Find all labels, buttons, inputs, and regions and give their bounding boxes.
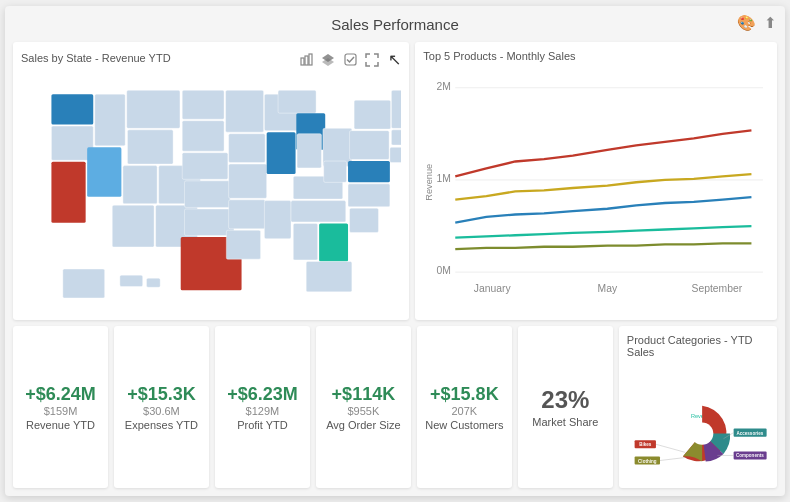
pie-chart: Revenue Bikes Accessories [627,362,769,490]
svg-rect-46 [391,90,401,128]
kpi-expenses-ytd: +$15.3K $30.6M Expenses YTD [114,326,209,488]
kpi-avg-order-delta: +$114K [332,384,396,405]
svg-rect-38 [319,223,348,261]
svg-text:0M: 0M [437,265,451,276]
svg-rect-33 [297,134,321,168]
pie-card: Product Categories - YTD Sales Revenue [619,326,777,488]
svg-rect-12 [127,130,173,164]
svg-rect-44 [350,131,390,160]
svg-rect-6 [51,94,93,124]
map-card: Sales by State - Revenue YTD ↖ [13,42,409,320]
line-chart: 2M 1M 0M Revenue January May September [423,66,769,310]
expand-tool-icon[interactable] [364,52,380,68]
svg-rect-40 [350,208,379,232]
svg-text:Revenue: Revenue [425,164,435,201]
svg-text:January: January [474,283,512,294]
kpi-revenue-delta: +$6.24M [25,384,96,405]
svg-text:Bikes: Bikes [639,442,652,447]
kpi-market-share-label: Market Share [532,416,598,428]
share-icon[interactable]: ⬆ [764,14,777,32]
svg-rect-8 [51,162,85,223]
svg-rect-26 [229,200,266,229]
svg-rect-47 [391,130,401,145]
svg-point-63 [691,422,713,444]
svg-rect-42 [348,161,390,182]
svg-text:1M: 1M [437,173,451,184]
kpi-new-customers: +$15.8K 207K New Customers [417,326,512,488]
bottom-row: +$6.24M $159M Revenue YTD +$15.3K $30.6M… [13,326,777,488]
svg-rect-48 [390,147,401,162]
svg-rect-23 [226,90,264,132]
kpi-expenses-base: $30.6M [143,405,180,417]
svg-rect-41 [348,184,390,207]
kpi-avg-order-label: Avg Order Size [326,419,400,431]
svg-text:Components: Components [736,453,764,458]
palette-icon[interactable]: 🎨 [737,14,756,32]
kpi-revenue-label: Revenue YTD [26,419,95,431]
svg-rect-34 [323,128,352,166]
svg-rect-18 [182,121,224,151]
svg-rect-37 [293,223,317,260]
svg-rect-11 [127,90,180,128]
kpi-revenue-base: $159M [44,405,78,417]
share-tool-icon[interactable] [298,52,314,68]
kpi-avg-order: +$114K $955K Avg Order Size [316,326,411,488]
svg-rect-17 [182,90,224,119]
svg-rect-10 [95,94,125,146]
line-card-title: Top 5 Products - Monthly Sales [423,50,769,62]
kpi-avg-order-base: $955K [347,405,379,417]
svg-rect-50 [120,275,143,286]
line-card: Top 5 Products - Monthly Sales 2M 1M 0M … [415,42,777,320]
svg-rect-15 [112,205,154,247]
svg-rect-30 [264,201,291,239]
map-card-header: Sales by State - Revenue YTD ↖ [21,50,401,69]
us-map [21,73,401,313]
svg-marker-4 [322,58,334,66]
svg-rect-43 [324,161,347,182]
kpi-market-share: 23% Market Share [518,326,613,488]
svg-rect-1 [305,56,308,65]
kpi-new-customers-base: 207K [452,405,478,417]
svg-rect-31 [278,90,316,113]
kpi-new-customers-delta: +$15.8K [430,384,499,405]
svg-text:May: May [598,283,618,294]
kpi-revenue-ytd: +$6.24M $159M Revenue YTD [13,326,108,488]
top-row: Sales by State - Revenue YTD ↖ [13,42,777,320]
map-card-tools: ↖ [298,50,401,69]
kpi-new-customers-label: New Customers [425,419,503,431]
svg-rect-49 [63,269,105,298]
pie-card-title: Product Categories - YTD Sales [627,334,769,358]
svg-rect-24 [229,134,266,163]
svg-rect-27 [226,230,260,259]
svg-rect-20 [185,181,231,208]
layers-tool-icon[interactable] [320,52,336,68]
map-card-title: Sales by State - Revenue YTD [21,52,171,64]
dashboard-title: Sales Performance [331,14,459,37]
kpi-profit-ytd: +$6.23M $129M Profit YTD [215,326,310,488]
svg-rect-5 [345,54,356,65]
svg-rect-0 [301,58,304,65]
svg-rect-2 [309,54,312,65]
svg-rect-36 [291,201,346,222]
svg-rect-13 [123,166,157,204]
dashboard-header-icons: 🎨 ⬆ [737,14,777,32]
kpi-expenses-label: Expenses YTD [125,419,198,431]
svg-rect-45 [354,100,391,129]
svg-text:Accessories: Accessories [736,431,763,436]
svg-text:2M: 2M [437,81,451,92]
svg-rect-29 [267,132,296,174]
svg-rect-19 [182,153,228,180]
cursor-icon: ↖ [388,50,401,69]
svg-text:Clothing: Clothing [638,459,657,464]
svg-rect-39 [306,261,352,291]
svg-line-75 [660,457,685,460]
svg-rect-25 [229,164,267,198]
dashboard: Sales Performance 🎨 ⬆ Sales by State - R… [5,6,785,496]
kpi-expenses-delta: +$15.3K [127,384,196,405]
svg-line-72 [656,444,685,452]
svg-text:September: September [692,283,743,294]
kpi-profit-base: $129M [246,405,280,417]
svg-rect-9 [87,147,121,196]
kpi-market-share-value: 23% [541,386,589,414]
checkbox-tool-icon[interactable] [342,52,358,68]
